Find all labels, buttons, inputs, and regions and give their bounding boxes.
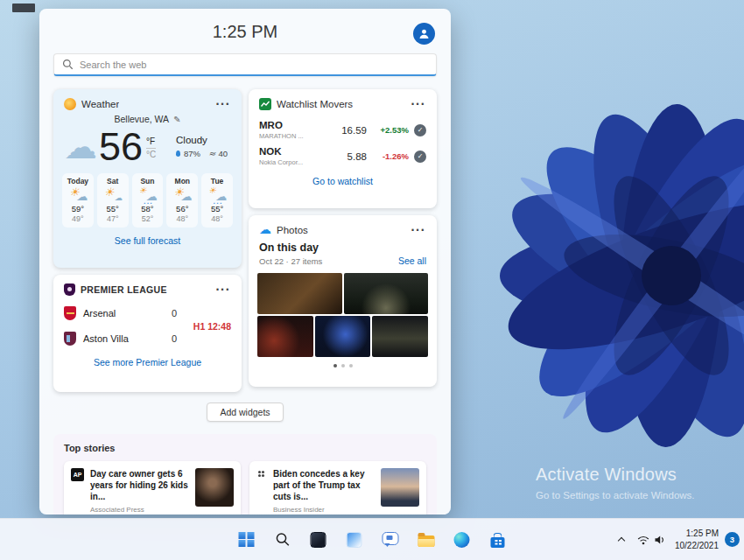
story-headline: Biden concedes a key part of the Trump t… — [273, 468, 375, 502]
taskbar: 1:25 PM 10/22/2021 3 — [0, 518, 744, 560]
activate-windows-watermark: Activate Windows Go to Settings to activ… — [536, 465, 695, 500]
day-label: Sat — [107, 177, 118, 186]
task-view-icon — [311, 532, 326, 548]
task-view-button[interactable] — [303, 524, 334, 556]
current-conditions: Cloudy 87% 40 — [176, 135, 231, 158]
unit-fahrenheit[interactable]: °F — [146, 136, 156, 146]
watermark-line2: Go to Settings to activate Windows. — [536, 490, 695, 500]
low-temp: 48° — [176, 214, 188, 223]
see-more-premier-league-link[interactable]: See more Premier League — [53, 357, 242, 368]
more-options-icon[interactable] — [410, 223, 426, 236]
notification-badge[interactable]: 3 — [725, 532, 740, 547]
stock-company: Nokia Corpor... — [259, 158, 326, 166]
widgets-button[interactable] — [339, 524, 370, 556]
team-row-aston-villa: Aston Villa 0 — [64, 332, 184, 346]
more-options-icon[interactable] — [214, 283, 231, 296]
tray-time: 1:25 PM — [675, 528, 719, 540]
weather-widget[interactable]: Weather Bellevue, WA 56 °F °C — [53, 89, 242, 268]
stock-symbol: MRO — [259, 120, 326, 130]
day-label: Tue — [211, 177, 223, 186]
forecast-day[interactable]: Today 59° 49° — [62, 173, 94, 228]
forecast-row: Today 59° 49° Sat 55° 47° Sun — [53, 173, 242, 228]
check-icon[interactable] — [414, 150, 426, 163]
team-name: Aston Villa — [83, 333, 129, 344]
tray-chevron-button[interactable] — [615, 533, 628, 547]
carousel-dot[interactable] — [333, 364, 337, 368]
forecast-weather-icon — [103, 186, 123, 203]
stock-price: 5.88 — [347, 151, 367, 162]
stock-row[interactable]: NOK Nokia Corpor... 5.88 -1.26% — [249, 140, 437, 166]
low-temp: 47° — [107, 214, 119, 223]
search-icon — [62, 59, 74, 70]
forecast-day[interactable]: Tue 55° 48° — [201, 173, 233, 228]
forecast-day[interactable]: Mon 56° 48° — [166, 173, 198, 228]
low-temp: 48° — [211, 214, 223, 223]
high-temp: 56° — [176, 204, 188, 214]
premier-league-icon — [64, 284, 75, 296]
stock-change: -1.26% — [372, 151, 409, 161]
low-temp: 49° — [72, 214, 84, 223]
taskbar-clock[interactable]: 1:25 PM 10/22/2021 — [675, 528, 719, 551]
photos-widget[interactable]: Photos On this day Oct 22 · 27 items See… — [249, 215, 437, 387]
forecast-day[interactable]: Sun 58° 52° — [132, 173, 164, 228]
news-story-card[interactable]: Biden concedes a key part of the Trump t… — [249, 461, 426, 514]
check-icon[interactable] — [414, 124, 426, 136]
windows-logo-icon — [239, 532, 255, 548]
chat-button[interactable] — [375, 524, 406, 556]
weather-widget-icon — [64, 98, 76, 110]
photo-thumbnail[interactable] — [315, 316, 371, 357]
photo-thumbnail[interactable] — [372, 316, 428, 357]
more-options-icon[interactable] — [410, 97, 426, 110]
forecast-day[interactable]: Sat 55° 47° — [97, 173, 129, 228]
match-status: H1 12:48 — [184, 321, 231, 332]
photo-thumbnail[interactable] — [257, 316, 313, 357]
watchlist-movers-widget[interactable]: Watchlist Movers MRO MARATHON ... 16.59 … — [249, 89, 437, 208]
store-button[interactable] — [482, 524, 514, 556]
profile-avatar-button[interactable] — [413, 23, 435, 45]
start-button[interactable] — [231, 524, 263, 556]
premier-league-widget[interactable]: PREMIER LEAGUE Arsenal 0 — [53, 275, 242, 392]
story-source: Business Insider — [273, 506, 375, 514]
tray-date: 10/22/2021 — [675, 540, 719, 552]
unit-toggle[interactable]: °F °C — [146, 136, 156, 159]
air-quality-icon — [208, 149, 215, 158]
weather-title: Weather — [81, 99, 119, 109]
high-temp: 59° — [72, 204, 84, 214]
watermark-line1: Activate Windows — [536, 465, 695, 485]
taskbar-search-button[interactable] — [267, 524, 298, 556]
forecast-weather-icon — [172, 186, 192, 203]
team-row-arsenal: Arsenal 0 — [64, 306, 184, 320]
background-window-edge — [12, 4, 35, 12]
see-full-forecast-link[interactable]: See full forecast — [53, 235, 242, 246]
carousel-dot[interactable] — [341, 364, 345, 368]
condition-label: Cloudy — [176, 135, 228, 145]
more-options-icon[interactable] — [214, 97, 231, 110]
current-temperature: 56 — [99, 127, 143, 166]
team-score: 0 — [172, 333, 184, 344]
carousel-dot[interactable] — [349, 364, 353, 368]
add-widgets-button[interactable]: Add widgets — [207, 402, 283, 422]
see-all-link[interactable]: See all — [398, 256, 426, 266]
go-to-watchlist-link[interactable]: Go to watchlist — [249, 176, 437, 186]
day-label: Sun — [140, 177, 154, 186]
edge-button[interactable] — [446, 524, 478, 556]
edit-location-icon[interactable] — [173, 114, 180, 124]
panel-clock: 1:25 PM — [53, 19, 437, 42]
widgets-icon — [347, 532, 362, 548]
tray-network-volume-button[interactable] — [634, 531, 669, 549]
edge-browser-icon — [454, 532, 470, 548]
stock-company: MARATHON ... — [259, 132, 326, 140]
unit-celsius[interactable]: °C — [146, 148, 156, 159]
file-explorer-button[interactable] — [411, 524, 442, 556]
weather-location: Bellevue, WA — [114, 114, 169, 124]
air-quality-value: 40 — [218, 149, 228, 158]
stock-row[interactable]: MRO MARATHON ... 16.59 +2.53% — [249, 114, 437, 140]
search-input[interactable] — [80, 60, 428, 70]
web-search-bar[interactable] — [53, 53, 437, 76]
story-headline: Day care owner gets 6 years for hiding 2… — [90, 468, 189, 502]
news-story-card[interactable]: AP Day care owner gets 6 years for hidin… — [64, 461, 241, 514]
photo-thumbnail[interactable] — [257, 273, 342, 314]
match-row[interactable]: Arsenal 0 Aston Villa 0 H1 12:48 — [53, 299, 242, 346]
photo-thumbnail[interactable] — [344, 273, 429, 314]
stock-change: +2.53% — [372, 125, 409, 135]
